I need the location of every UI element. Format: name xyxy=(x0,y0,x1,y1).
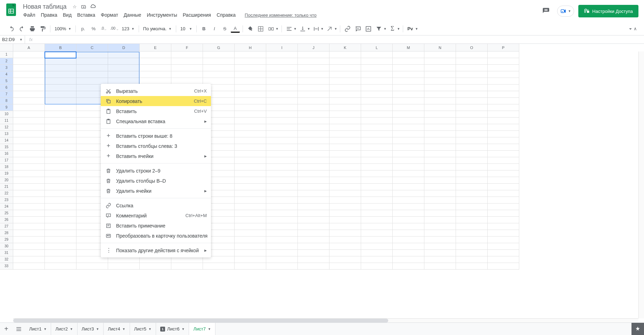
cell[interactable] xyxy=(488,104,519,111)
cell[interactable] xyxy=(329,210,361,217)
cell[interactable] xyxy=(235,237,266,243)
number-format-select[interactable]: 123▼ xyxy=(120,24,136,33)
cell[interactable] xyxy=(45,184,76,190)
cell[interactable] xyxy=(488,223,519,230)
cell[interactable] xyxy=(13,144,45,151)
cell[interactable] xyxy=(424,217,456,223)
cell[interactable] xyxy=(456,91,488,98)
cell[interactable] xyxy=(424,124,456,131)
cell[interactable] xyxy=(393,190,424,197)
cell[interactable] xyxy=(13,157,45,164)
cell[interactable] xyxy=(235,263,266,270)
cell[interactable] xyxy=(488,78,519,85)
cell[interactable] xyxy=(456,263,488,270)
sheet-menu-arrow-icon[interactable]: ▼ xyxy=(182,327,185,331)
cell[interactable] xyxy=(108,71,140,78)
cell[interactable] xyxy=(45,170,76,177)
cell[interactable] xyxy=(266,124,298,131)
cell[interactable] xyxy=(235,65,266,71)
cell[interactable] xyxy=(361,197,393,204)
cell[interactable] xyxy=(393,118,424,124)
cell[interactable] xyxy=(298,78,329,85)
cell[interactable] xyxy=(298,111,329,118)
cell[interactable] xyxy=(393,91,424,98)
cell[interactable] xyxy=(456,111,488,118)
ctx-вставить-ячейки[interactable]: +Вставить ячейки▶ xyxy=(101,151,211,161)
cell[interactable] xyxy=(266,104,298,111)
cell[interactable] xyxy=(329,58,361,65)
cell[interactable] xyxy=(329,223,361,230)
cell[interactable] xyxy=(361,65,393,71)
cell[interactable] xyxy=(329,217,361,223)
paint-format-button[interactable] xyxy=(38,24,47,33)
cell[interactable] xyxy=(393,230,424,237)
ctx-вставить[interactable]: ВставитьCtrl+V xyxy=(101,106,211,116)
italic-button[interactable]: I xyxy=(210,24,219,33)
cell[interactable] xyxy=(140,58,171,65)
cell[interactable] xyxy=(424,223,456,230)
cell[interactable] xyxy=(298,230,329,237)
cell[interactable] xyxy=(108,65,140,71)
cell[interactable] xyxy=(424,184,456,190)
cell[interactable] xyxy=(329,237,361,243)
filter-dropdown[interactable]: ▼ xyxy=(383,27,386,31)
cell[interactable] xyxy=(266,164,298,170)
cell[interactable] xyxy=(361,78,393,85)
cell[interactable] xyxy=(456,58,488,65)
row-header-18[interactable]: 18 xyxy=(0,164,13,170)
cell[interactable] xyxy=(424,51,456,58)
col-header-G[interactable]: G xyxy=(203,44,235,51)
cell[interactable] xyxy=(393,243,424,250)
cell[interactable] xyxy=(393,184,424,190)
cell[interactable] xyxy=(266,151,298,157)
cell[interactable] xyxy=(329,151,361,157)
cell[interactable] xyxy=(393,157,424,164)
cell[interactable] xyxy=(488,243,519,250)
cell[interactable] xyxy=(329,190,361,197)
cell[interactable] xyxy=(203,71,235,78)
cell[interactable] xyxy=(266,91,298,98)
functions-button[interactable]: Σ xyxy=(388,24,397,33)
cell[interactable] xyxy=(266,98,298,104)
wrap-button[interactable] xyxy=(312,24,321,33)
cell[interactable] xyxy=(235,223,266,230)
cell[interactable] xyxy=(235,91,266,98)
ctx-ссылка[interactable]: Ссылка xyxy=(101,200,211,210)
cell[interactable] xyxy=(361,210,393,217)
cell[interactable] xyxy=(488,124,519,131)
cell[interactable] xyxy=(13,111,45,118)
row-header-21[interactable]: 21 xyxy=(0,184,13,190)
cell[interactable] xyxy=(329,263,361,270)
cell[interactable] xyxy=(424,111,456,118)
cell[interactable] xyxy=(329,170,361,177)
cell[interactable] xyxy=(329,157,361,164)
cell[interactable] xyxy=(298,210,329,217)
menu-инструменты[interactable]: Инструменты xyxy=(144,11,179,18)
cell[interactable] xyxy=(13,124,45,131)
redo-button[interactable] xyxy=(17,24,26,33)
menu-справка[interactable]: Справка xyxy=(214,11,238,18)
cell[interactable] xyxy=(140,51,171,58)
cell[interactable] xyxy=(13,131,45,137)
cell[interactable] xyxy=(424,204,456,210)
cell[interactable] xyxy=(45,204,76,210)
cell[interactable] xyxy=(266,65,298,71)
cell[interactable] xyxy=(298,131,329,137)
cell[interactable] xyxy=(235,157,266,164)
cell[interactable] xyxy=(488,111,519,118)
cell[interactable] xyxy=(45,131,76,137)
cell[interactable] xyxy=(424,210,456,217)
cell[interactable] xyxy=(298,104,329,111)
cell[interactable] xyxy=(488,98,519,104)
cell[interactable] xyxy=(424,98,456,104)
cell[interactable] xyxy=(424,91,456,98)
cell[interactable] xyxy=(298,85,329,91)
share-button[interactable]: Настройки Доступа xyxy=(578,5,638,17)
cell[interactable] xyxy=(13,151,45,157)
row-header-13[interactable]: 13 xyxy=(0,131,13,137)
ctx-удалить-ячейки[interactable]: Удалить ячейки▶ xyxy=(101,186,211,196)
cell[interactable] xyxy=(171,58,203,65)
cell[interactable] xyxy=(298,58,329,65)
row-header-33[interactable]: 33 xyxy=(0,263,13,270)
cell[interactable] xyxy=(424,151,456,157)
